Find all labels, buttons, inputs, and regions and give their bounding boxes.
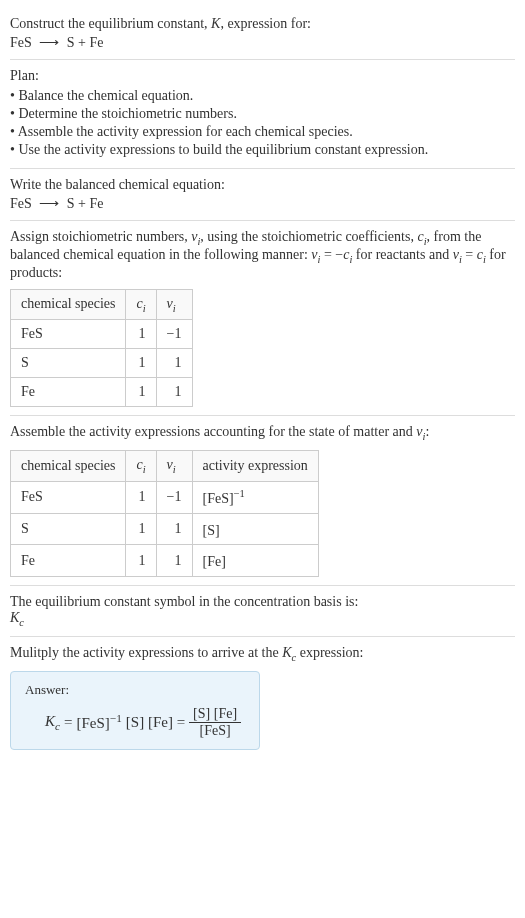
- c-cell: 1: [126, 320, 156, 349]
- table-header: chemical species: [11, 451, 126, 482]
- eq-left: FeS: [10, 196, 32, 211]
- arrow-icon: ⟶: [39, 34, 59, 51]
- nu-cell: 1: [156, 513, 192, 545]
- table-row: FeS 1 −1 [FeS]−1: [11, 481, 319, 513]
- k: K: [282, 645, 291, 660]
- table-header: ci: [126, 289, 156, 320]
- sub: i: [173, 464, 176, 475]
- nu-cell: −1: [156, 481, 192, 513]
- nu-cell: 1: [156, 349, 192, 378]
- table-row: FeS 1 −1: [11, 320, 193, 349]
- plan-label: Plan:: [10, 68, 515, 84]
- base: [FeS]: [76, 715, 109, 731]
- table-header: chemical species: [11, 289, 126, 320]
- species-cell: S: [11, 349, 126, 378]
- nu-cell: 1: [156, 545, 192, 577]
- basis-text: The equilibrium constant symbol in the c…: [10, 594, 515, 610]
- text: Mulitply the activity expressions to arr…: [10, 645, 282, 660]
- table-row: Fe 1 1: [11, 378, 193, 407]
- plan-item: Use the activity expressions to build th…: [10, 142, 515, 158]
- colon: :: [425, 424, 429, 439]
- c-cell: 1: [126, 513, 156, 545]
- species-cell: S: [11, 513, 126, 545]
- plan-item: Assemble the activity expression for eac…: [10, 124, 515, 140]
- c-cell: 1: [126, 378, 156, 407]
- basis-symbol: Kc: [10, 610, 515, 628]
- fraction: [S] [Fe] [FeS]: [189, 706, 241, 739]
- multiply-text: Mulitply the activity expressions to arr…: [10, 645, 515, 663]
- term1: [FeS]−1: [76, 712, 121, 732]
- text: Assign stoichiometric numbers,: [10, 229, 191, 244]
- activity-text: Assemble the activity expressions accoun…: [10, 424, 515, 442]
- answer-formula: Kc = [FeS]−1 [S] [Fe] = [S] [Fe] [FeS]: [25, 706, 245, 739]
- activity-table: chemical species ci νi activity expressi…: [10, 450, 319, 577]
- answer-label: Answer:: [25, 682, 245, 698]
- expr-sup: −1: [234, 488, 245, 499]
- numerator: [S] [Fe]: [189, 706, 241, 723]
- eq-right: S + Fe: [67, 196, 104, 211]
- expr-base: [FeS]: [203, 491, 234, 506]
- eq-mid: = −: [320, 247, 343, 262]
- text: Assemble the activity expressions accoun…: [10, 424, 416, 439]
- multiply-section: Mulitply the activity expressions to arr…: [10, 637, 515, 758]
- species-cell: Fe: [11, 545, 126, 577]
- intro-prompt: Construct the equilibrium constant, K, e…: [10, 16, 515, 32]
- plan-item: Determine the stoichiometric numbers.: [10, 106, 515, 122]
- denominator: [FeS]: [196, 723, 235, 739]
- intro-section: Construct the equilibrium constant, K, e…: [10, 8, 515, 60]
- table-header-row: chemical species ci νi activity expressi…: [11, 451, 319, 482]
- plan-list: Balance the chemical equation. Determine…: [10, 88, 515, 158]
- plan-section: Plan: Balance the chemical equation. Det…: [10, 60, 515, 169]
- text: expression:: [296, 645, 363, 660]
- prompt-text: Construct the equilibrium constant,: [10, 16, 211, 31]
- balanced-equation: FeS ⟶ S + Fe: [10, 195, 515, 212]
- answer-box: Answer: Kc = [FeS]−1 [S] [Fe] = [S] [Fe]…: [10, 671, 260, 750]
- expr-cell: [Fe]: [192, 545, 318, 577]
- species-cell: Fe: [11, 378, 126, 407]
- text: for reactants and: [352, 247, 452, 262]
- c-cell: 1: [126, 481, 156, 513]
- expr-base: [S]: [203, 522, 220, 537]
- k-symbol: K: [10, 610, 19, 625]
- species-cell: FeS: [11, 320, 126, 349]
- expr-cell: [FeS]−1: [192, 481, 318, 513]
- text: , using the stoichiometric coefficients,: [200, 229, 417, 244]
- sub: i: [173, 302, 176, 313]
- intro-equation: FeS ⟶ S + Fe: [10, 34, 515, 51]
- species-cell: FeS: [11, 481, 126, 513]
- sub-c: c: [55, 720, 60, 732]
- sup: −1: [110, 712, 122, 724]
- expr-base: [Fe]: [203, 554, 226, 569]
- c-cell: 1: [126, 349, 156, 378]
- kc: Kc: [45, 713, 60, 732]
- balanced-text: Write the balanced chemical equation:: [10, 177, 515, 193]
- table-row: S 1 1 [S]: [11, 513, 319, 545]
- nu-cell: −1: [156, 320, 192, 349]
- table-row: S 1 1: [11, 349, 193, 378]
- c-cell: 1: [126, 545, 156, 577]
- stoich-text: Assign stoichiometric numbers, νi, using…: [10, 229, 515, 281]
- sub-c: c: [19, 617, 24, 628]
- activity-section: Assemble the activity expressions accoun…: [10, 416, 515, 586]
- term2: [S] [Fe] =: [126, 714, 185, 731]
- eq-right: S + Fe: [67, 35, 104, 50]
- expr-cell: [S]: [192, 513, 318, 545]
- prompt-suffix: , expression for:: [220, 16, 311, 31]
- arrow-icon: ⟶: [39, 195, 59, 212]
- eq-sign: =: [64, 714, 72, 731]
- eq-mid: =: [462, 247, 477, 262]
- k: K: [45, 713, 55, 729]
- table-header: νi: [156, 451, 192, 482]
- table-header: ci: [126, 451, 156, 482]
- plan-item: Balance the chemical equation.: [10, 88, 515, 104]
- table-header: activity expression: [192, 451, 318, 482]
- balanced-section: Write the balanced chemical equation: Fe…: [10, 169, 515, 221]
- nu-cell: 1: [156, 378, 192, 407]
- k-symbol: K: [211, 16, 220, 31]
- table-header-row: chemical species ci νi: [11, 289, 193, 320]
- table-header: νi: [156, 289, 192, 320]
- stoich-section: Assign stoichiometric numbers, νi, using…: [10, 221, 515, 416]
- table-row: Fe 1 1 [Fe]: [11, 545, 319, 577]
- sub: i: [143, 464, 146, 475]
- sub: i: [143, 302, 146, 313]
